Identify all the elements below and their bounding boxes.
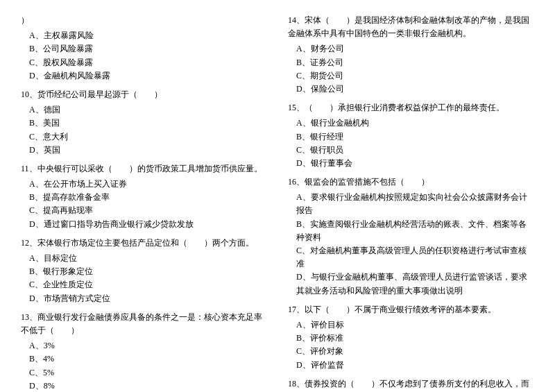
question-title-q15: 15、（ ）承担银行业消费者权益保护工作的最终责任。 bbox=[288, 101, 534, 114]
option-q15-1: B、银行经理 bbox=[296, 130, 534, 144]
option-q13-1: B、4% bbox=[29, 352, 267, 366]
option-q16-1: B、实施查阅银行业金融机构经营活动的账表、文件、档案等各种资料 bbox=[296, 218, 534, 244]
question-title-q12: 12、宋体银行市场定位主要包括产品定位和（ ）两个方面。 bbox=[21, 237, 267, 250]
option-q15-2: C、银行职员 bbox=[296, 144, 534, 157]
question-title-q10: 10、货币经纪公司最早起源于（ ） bbox=[21, 88, 267, 101]
option-q10-3: D、英国 bbox=[29, 144, 267, 157]
question-title-q13: 13、商业银行发行金融债券应具备的条件之一是：核心资本充足率不低于（ ） bbox=[21, 311, 267, 337]
right-column: 14、宋体（ ）是我国经济体制和金融体制改革的产物，是我国金融体系中具有中国特色… bbox=[278, 14, 534, 392]
columns: ）A、主权暴露风险B、公司风险暴露C、股权风险暴露D、金融机构风险暴露10、货币… bbox=[21, 14, 534, 392]
question-title-q16: 16、银监会的监管措施不包括（ ） bbox=[288, 176, 534, 189]
option-q_paren-3: D、金融机构风险暴露 bbox=[29, 69, 267, 83]
option-q13-3: D、8% bbox=[29, 380, 267, 392]
option-q17-0: A、评价目标 bbox=[296, 318, 534, 332]
option-q12-1: B、银行形象定位 bbox=[29, 265, 267, 278]
page: ）A、主权暴露风险B、公司风险暴露C、股权风险暴露D、金融机构风险暴露10、货币… bbox=[21, 14, 534, 392]
option-q11-1: B、提高存款准备金率 bbox=[29, 191, 267, 204]
option-q11-2: C、提高再贴现率 bbox=[29, 204, 267, 217]
option-q17-3: D、评价监督 bbox=[296, 359, 534, 372]
option-q15-0: A、银行业金融机构 bbox=[296, 117, 534, 130]
option-q12-2: C、企业性质定位 bbox=[29, 278, 267, 291]
left-column: ）A、主权暴露风险B、公司风险暴露C、股权风险暴露D、金融机构风险暴露10、货币… bbox=[21, 14, 278, 392]
question-title-q17: 17、以下（ ）不属于商业银行绩效考评的基本要素。 bbox=[288, 303, 534, 316]
option-q14-1: B、证券公司 bbox=[296, 56, 534, 69]
question-block-q14: 14、宋体（ ）是我国经济体制和金融体制改革的产物，是我国金融体系中具有中国特色… bbox=[288, 14, 534, 96]
option-q16-0: A、要求银行业金融机构按照规定如实向社会公众披露财务会计报告 bbox=[296, 191, 534, 217]
question-block-q16: 16、银监会的监管措施不包括（ ）A、要求银行业金融机构按照规定如实向社会公众披… bbox=[288, 176, 534, 298]
question-title-q14: 14、宋体（ ）是我国经济体制和金融体制改革的产物，是我国金融体系中具有中国特色… bbox=[288, 14, 534, 40]
question-block-q13: 13、商业银行发行金融债券应具备的条件之一是：核心资本充足率不低于（ ）A、3%… bbox=[21, 311, 267, 392]
option-q17-2: C、评价对象 bbox=[296, 345, 534, 358]
option-q13-0: A、3% bbox=[29, 339, 267, 352]
option-q12-0: A、目标定位 bbox=[29, 252, 267, 265]
option-q14-0: A、财务公司 bbox=[296, 42, 534, 56]
question-block-q11: 11、中央银行可以采收（ ）的货币政策工具增加货币供应量。A、在公开市场上买入证… bbox=[21, 162, 267, 231]
option-q11-3: D、通过窗口指导劝告商业银行减少贷款发放 bbox=[29, 218, 267, 231]
question-title-q11: 11、中央银行可以采收（ ）的货币政策工具增加货币供应量。 bbox=[21, 162, 267, 176]
question-block-q12: 12、宋体银行市场定位主要包括产品定位和（ ）两个方面。A、目标定位B、银行形象… bbox=[21, 237, 267, 305]
question-title-q18: 18、债券投资的（ ）不仅考虑到了债券所支付的利息收入，而且还考虑到了债券的购买… bbox=[288, 377, 534, 392]
option-q16-3: D、与银行业金融机构董事、高级管理人员进行监管谈话，要求其就业务活动和风险管理的… bbox=[296, 271, 534, 297]
option-q17-1: B、评价标准 bbox=[296, 332, 534, 345]
option-q15-3: D、银行董事会 bbox=[296, 157, 534, 170]
option-q10-1: B、美国 bbox=[29, 117, 267, 130]
option-q13-2: C、5% bbox=[29, 366, 267, 380]
option-q_paren-2: C、股权风险暴露 bbox=[29, 56, 267, 69]
option-q10-0: A、德国 bbox=[29, 103, 267, 117]
question-block-q18: 18、债券投资的（ ）不仅考虑到了债券所支付的利息收入，而且还考虑到了债券的购买… bbox=[288, 377, 534, 392]
option-q16-2: C、对金融机构董事及高级管理人员的任职资格进行考试审查核准 bbox=[296, 244, 534, 271]
question-block-q15: 15、（ ）承担银行业消费者权益保护工作的最终责任。A、银行业金融机构B、银行经… bbox=[288, 101, 534, 170]
option-q_paren-1: B、公司风险暴露 bbox=[29, 42, 267, 56]
option-q12-3: D、市场营销方式定位 bbox=[29, 292, 267, 305]
option-q11-0: A、在公开市场上买入证券 bbox=[29, 178, 267, 191]
question-block-q_paren: ）A、主权暴露风险B、公司风险暴露C、股权风险暴露D、金融机构风险暴露 bbox=[21, 14, 267, 83]
option-q14-2: C、期货公司 bbox=[296, 69, 534, 83]
option-q14-3: D、保险公司 bbox=[296, 83, 534, 96]
question-block-q10: 10、货币经纪公司最早起源于（ ）A、德国B、美国C、意大利D、英国 bbox=[21, 88, 267, 157]
question-title-q_paren: ） bbox=[21, 14, 267, 27]
option-q_paren-0: A、主权暴露风险 bbox=[29, 29, 267, 42]
question-block-q17: 17、以下（ ）不属于商业银行绩效考评的基本要素。A、评价目标B、评价标准C、评… bbox=[288, 303, 534, 372]
option-q10-2: C、意大利 bbox=[29, 130, 267, 144]
